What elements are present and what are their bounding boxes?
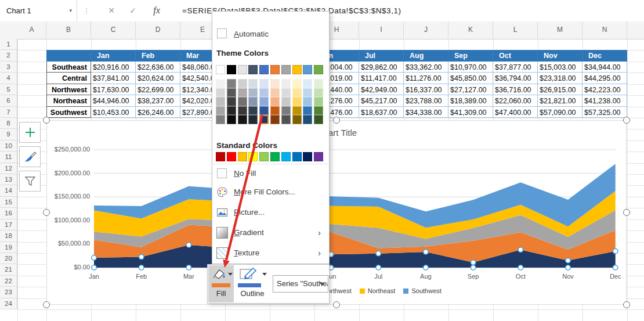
chart-resize-handle[interactable] <box>333 301 340 308</box>
name-box-dropdown-icon[interactable]: ▾ <box>69 0 72 21</box>
x-axis-label[interactable]: Mar <box>170 273 207 280</box>
variant-color-swatch[interactable] <box>292 79 302 88</box>
theme-color-swatch[interactable] <box>292 65 302 74</box>
column-header[interactable]: D <box>136 21 180 38</box>
menu-item-texture[interactable]: Texture › <box>212 245 329 262</box>
x-axis-label[interactable]: Dec <box>597 273 634 280</box>
theme-color-swatch[interactable] <box>314 65 323 74</box>
table-cell[interactable]: $29,862.00 <box>359 62 404 73</box>
row-header[interactable]: 9 <box>0 129 17 140</box>
theme-color-swatch[interactable] <box>238 65 247 74</box>
table-cell[interactable]: $34,944.00 <box>583 62 627 73</box>
variant-color-swatch[interactable] <box>216 115 225 124</box>
variant-color-swatch[interactable] <box>227 97 236 106</box>
row-header[interactable]: 10 <box>0 140 17 152</box>
theme-color-swatch[interactable] <box>248 65 258 74</box>
y-axis-label[interactable]: $200,000.00 <box>48 169 90 176</box>
table-cell[interactable]: $20,916.00 <box>91 62 136 73</box>
row-header[interactable]: 7 <box>0 107 17 118</box>
data-point-marker[interactable] <box>471 260 475 265</box>
variant-color-swatch[interactable] <box>238 97 247 106</box>
data-point-marker[interactable] <box>92 265 96 270</box>
insert-function-icon[interactable]: fx <box>146 0 167 20</box>
chart-filters-button[interactable] <box>19 171 41 192</box>
variant-color-swatch[interactable] <box>259 97 269 106</box>
row-header[interactable]: 21 <box>0 264 17 275</box>
table-cell[interactable]: $22,060.00 <box>493 95 538 106</box>
data-point-marker[interactable] <box>376 265 381 270</box>
table-header-cell[interactable]: Aug <box>404 50 448 61</box>
legend-item-northeast[interactable]: Northeast <box>360 287 396 294</box>
theme-color-swatch[interactable] <box>281 65 291 74</box>
selected-color-swatch[interactable] <box>259 115 269 124</box>
variant-color-swatch[interactable] <box>259 88 269 98</box>
table-cell[interactable]: $11,276.00 <box>404 73 448 84</box>
row-header[interactable]: 2 <box>0 50 17 61</box>
row-header[interactable]: 6 <box>0 95 17 106</box>
variant-color-swatch[interactable] <box>216 106 225 116</box>
table-cell[interactable]: $26,246.00 <box>136 107 180 118</box>
variant-color-swatch[interactable] <box>227 79 236 88</box>
row-header[interactable]: 20 <box>0 253 17 264</box>
variant-color-swatch[interactable] <box>303 106 312 116</box>
variant-color-swatch[interactable] <box>281 97 291 106</box>
data-point-marker[interactable] <box>139 254 144 259</box>
table-header-cell[interactable]: Jul <box>359 50 404 61</box>
data-point-marker[interactable] <box>139 265 144 270</box>
table-cell[interactable]: $41,238.00 <box>583 95 627 106</box>
variant-color-swatch[interactable] <box>281 106 291 116</box>
enter-check-icon[interactable]: ✓ <box>123 0 143 21</box>
variant-color-swatch[interactable] <box>248 97 258 106</box>
column-header[interactable]: C <box>91 21 136 38</box>
data-point-marker[interactable] <box>424 265 428 270</box>
data-point-marker[interactable] <box>471 265 475 270</box>
theme-color-swatch[interactable] <box>270 65 280 74</box>
variant-color-swatch[interactable] <box>238 79 247 88</box>
table-cell[interactable]: $18,389.00 <box>448 95 493 106</box>
standard-color-swatch[interactable] <box>270 152 280 161</box>
variant-color-swatch[interactable] <box>314 79 323 88</box>
table-cell[interactable]: $26,915.00 <box>538 84 583 95</box>
theme-color-swatch[interactable] <box>227 65 236 74</box>
chart-resize-handle[interactable] <box>623 301 630 308</box>
x-axis-label[interactable]: Aug <box>407 273 444 280</box>
data-point-marker[interactable] <box>186 243 191 247</box>
name-box[interactable]: Chart 1 ▾ <box>0 0 77 21</box>
variant-color-swatch[interactable] <box>270 88 280 98</box>
menu-item-gradient[interactable]: Gradient › <box>212 225 329 242</box>
table-cell[interactable]: $41,309.00 <box>448 107 493 118</box>
series-selector-combobox[interactable]: Series "Southea <box>273 275 328 293</box>
table-cell[interactable]: $10,453.00 <box>91 107 136 118</box>
outline-button[interactable]: Outline <box>234 265 270 302</box>
table-cell[interactable]: $38,237.00 <box>136 95 180 106</box>
variant-color-swatch[interactable] <box>238 115 247 124</box>
x-axis-label[interactable]: Jan <box>75 273 113 280</box>
column-header[interactable]: I <box>359 21 404 38</box>
variant-color-swatch[interactable] <box>292 106 302 116</box>
row-header[interactable]: 11 <box>0 152 17 163</box>
table-cell[interactable]: $33,362.00 <box>404 62 448 73</box>
table-header-cell[interactable]: Dec <box>583 50 627 61</box>
table-cell[interactable]: $15,003.00 <box>538 62 583 73</box>
table-cell[interactable]: $20,624.00 <box>136 73 180 84</box>
variant-color-swatch[interactable] <box>314 97 323 106</box>
row-header[interactable]: 5 <box>0 84 17 95</box>
y-axis-label[interactable]: $150,000.00 <box>48 193 90 200</box>
table-cell[interactable]: $37,877.00 <box>493 62 538 73</box>
standard-color-swatch[interactable] <box>238 152 247 161</box>
chart-resize-handle[interactable] <box>333 117 340 124</box>
x-axis-label[interactable]: Feb <box>123 273 160 280</box>
variant-color-swatch[interactable] <box>248 106 258 116</box>
table-header-cell[interactable]: Feb <box>136 50 180 61</box>
variant-color-swatch[interactable] <box>281 79 291 88</box>
row-header[interactable]: 18 <box>0 230 17 241</box>
standard-color-swatch[interactable] <box>292 152 302 161</box>
table-cell[interactable]: $22,636.00 <box>136 62 180 73</box>
table-cell[interactable]: $36,794.00 <box>493 73 538 84</box>
chart-resize-handle[interactable] <box>43 301 50 308</box>
table-cell[interactable]: $27,127.00 <box>448 84 493 95</box>
variant-color-swatch[interactable] <box>281 115 291 124</box>
y-axis-label[interactable]: $50,000.00 <box>48 240 90 247</box>
chart-resize-handle[interactable] <box>43 209 50 216</box>
table-cell[interactable]: $23,788.00 <box>404 95 448 106</box>
